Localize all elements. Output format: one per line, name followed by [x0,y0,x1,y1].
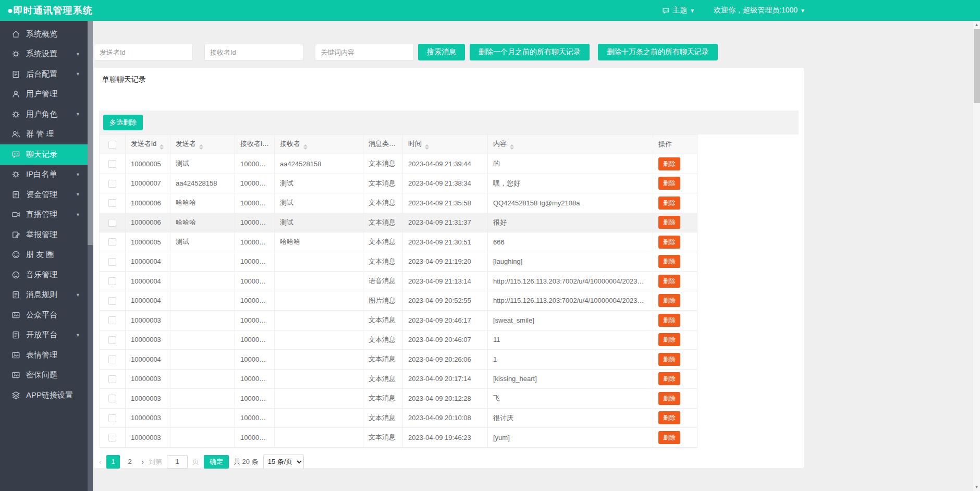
table-row: 10000005测试10000006哈哈哈文本消息2023-04-09 21:3… [100,232,697,252]
sidebar-scrollbar-thumb[interactable] [88,21,93,245]
image-icon [11,311,20,320]
confirm-page-button[interactable]: 确定 [204,455,229,469]
delete-row-button[interactable]: 删除 [658,236,680,249]
row-checkbox[interactable] [108,297,116,305]
sidebar-item-13[interactable]: 音乐管理 [0,265,88,285]
row-checkbox[interactable] [108,160,116,168]
row-checkbox[interactable] [108,199,116,207]
page-size-select[interactable]: 15 条/页 [263,455,304,469]
sidebar-item-2[interactable]: 系统设置▼ [0,44,88,65]
delete-100k-button[interactable]: 删除十万条之前的所有聊天记录 [598,44,718,60]
page-number-input[interactable] [167,455,188,469]
delete-row-button[interactable]: 删除 [658,353,680,366]
sidebar-item-4[interactable]: 用户管理 [0,84,88,105]
delete-row-button[interactable]: 删除 [658,333,680,346]
cell-sender-id: 10000005 [126,232,170,252]
row-checkbox[interactable] [108,219,116,227]
sidebar-item-11[interactable]: 举报管理 [0,225,88,245]
row-checkbox[interactable] [108,414,116,422]
keyword-input[interactable] [315,44,414,60]
sidebar-item-7[interactable]: 聊天记录 [0,144,88,165]
cell-time: 2023-04-09 21:38:34 [403,174,488,193]
row-checkbox[interactable] [108,355,116,363]
chevron-down-icon: ▼ [76,52,80,57]
delete-row-button[interactable]: 删除 [658,431,680,444]
row-checkbox[interactable] [108,238,116,246]
sort-icon[interactable] [399,144,403,150]
page-button-2[interactable]: 2 [123,455,137,469]
prev-page-button[interactable]: ‹ [99,457,102,466]
row-checkbox[interactable] [108,336,116,344]
scroll-down-icon[interactable]: ▼ [973,483,980,491]
sidebar-item-10[interactable]: 直播管理▼ [0,205,88,225]
cell-time: 2023-04-09 21:13:14 [403,272,488,291]
delete-row-button[interactable]: 删除 [658,216,680,229]
cell-sender: 测试 [170,154,235,174]
sidebar-item-12[interactable]: 朋 友 圈 [0,245,88,265]
user-menu[interactable]: 欢迎你，超级管理员:1000 ▼ [714,6,805,15]
chevron-down-icon: ▼ [76,71,80,77]
delete-row-button[interactable]: 删除 [658,255,680,268]
delete-month-button[interactable]: 删除一个月之前的所有聊天记录 [470,44,590,60]
row-checkbox[interactable] [108,395,116,402]
sidebar-item-5[interactable]: 用户角色▼ [0,104,88,125]
next-page-button[interactable]: › [141,457,144,466]
cell-content: 很讨厌 [488,408,653,428]
receiver-id-input[interactable] [204,44,303,60]
window-scrollbar[interactable]: ▲ ▼ [973,21,980,491]
delete-row-button[interactable]: 删除 [658,275,680,288]
delete-row-button[interactable]: 删除 [658,314,680,327]
sidebar-item-19[interactable]: APP链接设置 [0,385,88,406]
sidebar-item-3[interactable]: 后台配置▼ [0,64,88,84]
row-checkbox[interactable] [108,434,116,441]
scroll-up-icon[interactable]: ▲ [973,21,980,29]
row-checkbox[interactable] [108,180,116,188]
theme-menu[interactable]: 主题 ▼ [662,6,695,15]
cell-time: 2023-04-09 20:26:06 [403,350,488,370]
delete-row-button[interactable]: 删除 [658,157,680,170]
sidebar-item-17[interactable]: 表情管理 [0,345,88,365]
delete-row-button[interactable]: 删除 [658,197,680,210]
sidebar-item-6[interactable]: 群 管 理 [0,125,88,145]
sidebar-item-16[interactable]: 开放平台▼ [0,325,88,346]
sidebar-item-9[interactable]: 资金管理▼ [0,185,88,205]
cell-receiver-id: 10000004 [235,330,275,350]
select-all-checkbox[interactable] [108,141,116,149]
sort-icon[interactable] [160,144,164,150]
sidebar-item-18[interactable]: 密保问题 [0,365,88,386]
delete-row-button[interactable]: 删除 [658,372,680,385]
row-checkbox[interactable] [108,277,116,285]
sort-icon[interactable] [303,144,308,150]
cell-type: 语音消息 [363,272,403,291]
sort-icon[interactable] [199,144,203,150]
delete-row-button[interactable]: 删除 [658,411,680,424]
sender-id-input[interactable] [94,44,193,60]
row-checkbox[interactable] [108,316,116,324]
delete-row-button[interactable]: 删除 [658,177,680,190]
cell-receiver [275,252,363,272]
page-button-1[interactable]: 1 [106,455,120,469]
scrollbar-thumb[interactable] [974,29,980,103]
sidebar-scrollbar[interactable] [88,21,93,491]
sort-icon[interactable] [425,144,429,150]
sort-icon[interactable] [269,144,273,150]
multi-delete-button[interactable]: 多选删除 [103,115,143,130]
sidebar-item-8[interactable]: IP白名单▼ [0,165,88,185]
cell-type: 文本消息 [363,213,403,232]
sidebar-item-14[interactable]: 消息规则▼ [0,285,88,305]
search-button[interactable]: 搜索消息 [418,44,465,60]
delete-row-button[interactable]: 删除 [658,294,680,307]
sidebar-item-label: APP链接设置 [26,390,73,400]
row-checkbox[interactable] [108,258,116,266]
cell-type: 文本消息 [363,330,403,350]
sidebar-item-15[interactable]: 公众平台 [0,305,88,325]
delete-row-button[interactable]: 删除 [658,392,680,405]
sidebar-item-1[interactable]: 系统概览 [0,24,88,44]
sidebar-item-label: 群 管 理 [26,129,54,139]
row-checkbox[interactable] [108,375,116,383]
page-unit-label: 页 [192,457,199,467]
cell-content: [laughing] [488,252,653,272]
cell-sender [170,291,235,311]
cell-sender-id: 10000003 [126,311,170,330]
sort-icon[interactable] [510,144,514,150]
